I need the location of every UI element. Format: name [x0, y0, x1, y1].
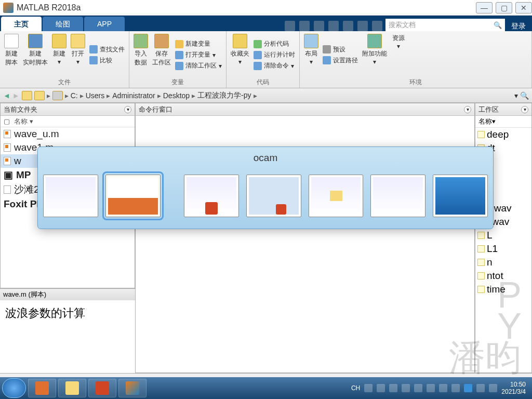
save-workspace-button[interactable]: 保存 工作区: [150, 33, 173, 77]
save-icon[interactable]: [285, 21, 295, 31]
clear-commands-button[interactable]: 清除命令 ▾: [251, 60, 297, 71]
path-search-icon[interactable]: 🔍: [520, 91, 529, 100]
new-script-button[interactable]: 新建 脚本: [2, 33, 21, 77]
var-icon: [477, 259, 485, 266]
cut-icon[interactable]: [299, 21, 310, 31]
var-icon: [477, 286, 485, 293]
search-icon[interactable]: 🔍: [494, 21, 502, 29]
help-icon[interactable]: [372, 21, 382, 31]
alttab-thumb-powerpoint2[interactable]: [246, 175, 301, 217]
group-environment: 布局▾ 预设 设置路径 附加功能▾ 资源▾ 环境: [300, 31, 532, 88]
panel-menu-icon[interactable]: ▾: [124, 106, 131, 113]
maximize-button[interactable]: ▢: [496, 2, 512, 14]
folder-up-icon[interactable]: [22, 91, 32, 100]
close-button[interactable]: ✕: [515, 2, 532, 14]
path-dropdown-icon[interactable]: ▾: [514, 91, 518, 100]
clock[interactable]: 10:50 2021/3/4: [501, 381, 526, 395]
redo-icon[interactable]: [357, 21, 368, 31]
minimize-button[interactable]: —: [476, 2, 493, 14]
path-project[interactable]: 工程波浪力学-py: [197, 91, 251, 100]
bluetooth-icon[interactable]: [464, 384, 472, 392]
alttab-thumb-powerpoint[interactable]: [184, 175, 239, 217]
tray-icon[interactable]: [414, 384, 422, 392]
favorites-button[interactable]: 收藏夹▾: [229, 33, 251, 77]
copy-icon[interactable]: [314, 21, 324, 31]
m-file-icon: [4, 157, 11, 165]
clear-workspace-button[interactable]: 清除工作区 ▾: [173, 60, 224, 71]
var-icon: [477, 131, 485, 138]
tray-icon[interactable]: [389, 384, 397, 392]
workspace-panel: 工作区▾ 名称▾ deep dt Hwav kwav L L1 n ntot t…: [475, 103, 532, 373]
folder-icon[interactable]: [34, 91, 45, 100]
workspace-var[interactable]: deep: [475, 128, 531, 141]
workspace-var[interactable]: time: [475, 283, 531, 296]
main-area: 当前文件夹▾ ▢名称▾ wave_u.m wave1.m w ▣MP 沙滩2.m…: [0, 103, 532, 373]
tray-icon[interactable]: [377, 384, 385, 392]
new-variable-button[interactable]: 新建变量: [173, 38, 224, 49]
tab-plots[interactable]: 绘图: [43, 17, 83, 31]
login-link[interactable]: 登录: [505, 22, 532, 31]
drive-icon[interactable]: [52, 91, 63, 100]
addons-button[interactable]: 附加功能▾: [360, 33, 389, 77]
m-file-icon: [4, 143, 11, 152]
workspace-var[interactable]: L: [475, 229, 531, 242]
taskbar-ocam[interactable]: [28, 379, 56, 397]
resources-button[interactable]: 资源▾: [389, 33, 408, 77]
search-docs[interactable]: 搜索文档 🔍: [385, 19, 505, 31]
window-title: MATLAB R2018a: [17, 3, 473, 12]
alttab-thumb-explorer[interactable]: [309, 175, 364, 217]
preferences-button[interactable]: 预设: [321, 44, 360, 55]
alttab-thumb-desktop[interactable]: [433, 175, 488, 217]
path-drive[interactable]: C:: [71, 91, 78, 100]
taskbar-explorer[interactable]: [58, 379, 86, 397]
set-path-button[interactable]: 设置路径: [321, 55, 360, 66]
group-variable-label: 变量: [131, 77, 224, 88]
import-data-button[interactable]: 导入 数据: [131, 33, 150, 77]
volume-icon[interactable]: [476, 384, 485, 392]
ws-name-column[interactable]: 名称: [478, 117, 492, 125]
var-icon: [477, 232, 485, 239]
new-live-script-button[interactable]: 新建 实时脚本: [21, 33, 50, 77]
battery-icon[interactable]: [489, 384, 497, 392]
panel-menu-icon[interactable]: ▾: [464, 106, 471, 113]
analyze-code-button[interactable]: 分析代码: [251, 38, 297, 49]
start-button[interactable]: [2, 378, 26, 398]
path-admin[interactable]: Administrator: [112, 91, 155, 100]
new-button[interactable]: 新建▾: [50, 33, 69, 77]
tray-icon[interactable]: [402, 384, 410, 392]
name-column[interactable]: 名称: [14, 117, 28, 126]
workspace-var[interactable]: L1: [475, 242, 531, 256]
paste-icon[interactable]: [328, 21, 339, 31]
workspace-var[interactable]: n: [475, 256, 531, 269]
open-button[interactable]: 打开▾: [69, 33, 87, 77]
taskbar-matlab[interactable]: [118, 379, 147, 397]
ime-indicator[interactable]: CH: [351, 384, 360, 392]
path-users[interactable]: Users: [86, 91, 105, 100]
nav-back-icon[interactable]: ◄: [3, 91, 10, 100]
compare-button[interactable]: 比较: [87, 55, 127, 66]
panel-menu-icon[interactable]: ▾: [521, 106, 528, 113]
group-file: 新建 脚本 新建 实时脚本 新建▾ 打开▾ 查找文件 比较 文件: [0, 31, 129, 88]
undo-icon[interactable]: [343, 21, 353, 31]
tab-home[interactable]: 主页: [1, 17, 42, 31]
workspace-var[interactable]: ntot: [475, 269, 531, 283]
alt-tab-title: ocam: [43, 150, 488, 166]
open-variable-button[interactable]: 打开变量 ▾: [173, 49, 224, 60]
run-and-time-button[interactable]: 运行并计时: [251, 49, 297, 60]
nav-fwd-icon[interactable]: ►: [12, 91, 20, 100]
tray-icon[interactable]: [451, 384, 460, 392]
layout-button[interactable]: 布局▾: [302, 33, 321, 77]
tray-icon[interactable]: [439, 384, 447, 392]
alt-tab-switcher[interactable]: ocam: [37, 147, 494, 229]
tab-apps[interactable]: APP: [84, 17, 125, 31]
alttab-thumb-editor[interactable]: [370, 175, 425, 217]
tray-icon[interactable]: [364, 384, 373, 392]
alttab-thumb-ocam[interactable]: [105, 175, 161, 217]
alttab-thumb-matlab[interactable]: [43, 175, 98, 217]
find-files-button[interactable]: 查找文件: [87, 44, 127, 55]
taskbar-powerpoint[interactable]: [88, 379, 116, 397]
group-code: 收藏夹▾ 分析代码 运行并计时 清除命令 ▾ 代码: [227, 31, 300, 88]
file-item[interactable]: wave_u.m: [1, 127, 135, 141]
path-desktop[interactable]: Desktop: [163, 91, 190, 100]
tray-icon[interactable]: [427, 384, 435, 392]
